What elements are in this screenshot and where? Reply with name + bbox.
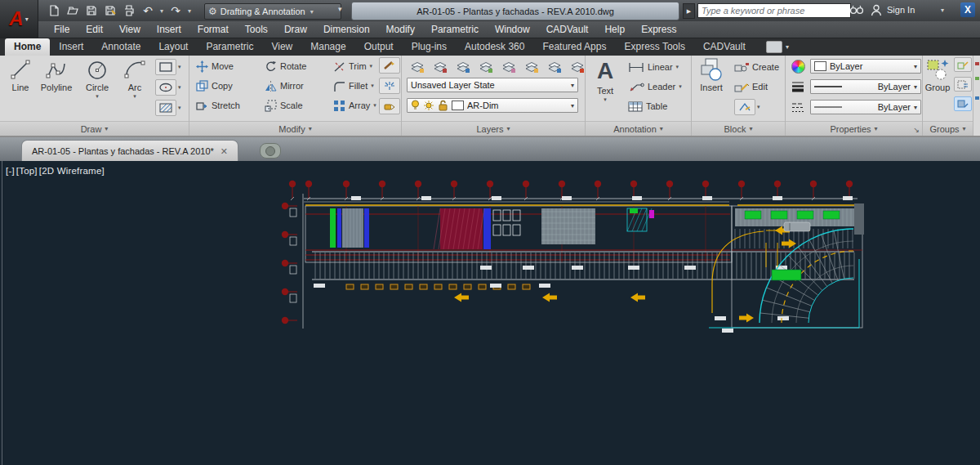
copy-button[interactable]: Copy [196,78,233,93]
menu-item-window[interactable]: Window [487,21,538,38]
drawing-canvas[interactable]: [-] [Top] [2D Wireframe] [0,161,980,465]
circle-button[interactable]: Circle ▾ [78,57,116,100]
save-as-button[interactable] [102,2,118,19]
group-edit-icon[interactable] [954,77,972,92]
exchange-apps-icon[interactable]: X [960,2,975,17]
viewport-view-control[interactable]: [Top] [16,166,38,176]
ribbon-tab-output[interactable]: Output [355,38,403,56]
redo-button[interactable]: ↷ [167,2,184,19]
bulb-icon[interactable] [411,100,420,111]
ribbon-tab-manage[interactable]: Manage [301,38,354,56]
table-button[interactable]: Table [628,99,667,114]
menu-item-format[interactable]: Format [189,21,237,38]
ribbon-tab-parametric[interactable]: Parametric [197,38,262,56]
edit-attributes-button[interactable]: ▾ [734,99,760,115]
move-button[interactable]: Move [196,59,234,74]
ribbon-tab-layout[interactable]: Layout [149,38,197,56]
rotate-button[interactable]: Rotate [265,59,306,74]
ribbon-minimize-button[interactable]: ▾ [766,41,789,53]
document-tab[interactable]: AR-01-05 - Plantas y fachadas - REV.A 20… [21,140,238,162]
dialog-launcher-icon[interactable]: ↘ [913,126,920,134]
sign-in-button[interactable]: Sign In [887,5,915,15]
layer-freeze-icon[interactable] [475,58,497,76]
layer-color-swatch[interactable] [452,101,464,110]
ribbon-tab-insert[interactable]: Insert [50,38,92,56]
application-menu-button[interactable]: A ▾ [0,0,38,38]
sign-in-dropdown[interactable]: ▾ [941,7,944,14]
drawing-tab-extra-icon[interactable] [260,143,281,159]
ribbon-tab-plug-ins[interactable]: Plug-ins [403,38,456,56]
sun-icon[interactable] [423,100,434,111]
text-button[interactable]: A Text ▾ [587,57,623,103]
qat-customize-button[interactable]: ▾ [338,5,342,13]
mirror-button[interactable]: Mirror [265,78,304,93]
menu-item-insert[interactable]: Insert [149,21,189,38]
ribbon-tab-view[interactable]: View [262,38,301,56]
lineweight-dropdown[interactable]: ByLayer ▾ [810,79,921,94]
leader-button[interactable]: Leader ▾ [628,79,682,94]
menu-item-file[interactable]: File [46,21,78,38]
array-button[interactable]: Array ▾ [333,98,376,113]
menu-item-edit[interactable]: Edit [78,21,111,38]
explode-button[interactable] [379,78,400,94]
layer-lock-icon[interactable] [498,58,519,76]
workspace-selector[interactable]: ⚙ Drafting & Annotation ▾ [204,3,341,20]
panel-label-block[interactable]: Block▾ [692,121,785,136]
object-color-icon[interactable] [791,60,805,74]
menu-item-draw[interactable]: Draw [276,21,315,38]
viewport-minimize-control[interactable]: [-] [6,166,15,176]
ungroup-icon[interactable] [954,57,972,72]
menu-item-parametric[interactable]: Parametric [423,21,487,38]
group-selection-toggle-icon[interactable] [954,96,972,111]
trim-button[interactable]: Trim ▾ [333,59,372,74]
layer-isolate-icon[interactable] [452,58,474,76]
menu-item-express[interactable]: Express [633,21,684,38]
panel-label-properties[interactable]: Properties▾ ↘ [786,121,922,136]
menu-item-dimension[interactable]: Dimension [315,21,378,38]
layer-properties-icon[interactable] [407,58,428,76]
ribbon-tab-express-tools[interactable]: Express Tools [615,38,693,56]
menu-item-help[interactable]: Help [596,21,633,38]
linetype-dropdown[interactable]: ByLayer ▾ [810,100,921,114]
layer-on-icon[interactable] [521,58,542,76]
hatch-button[interactable]: ▾ [155,100,181,116]
title-overflow-arrow[interactable]: ▶ [683,3,695,19]
lock-icon[interactable] [438,100,448,111]
ribbon-tab-featured-apps[interactable]: Featured Apps [533,38,615,56]
plot-button[interactable] [121,2,137,19]
open-button[interactable] [65,2,81,19]
search-input[interactable] [697,3,851,18]
ribbon-tab-autodesk-360[interactable]: Autodesk 360 [456,38,533,56]
group-button[interactable]: Group [923,57,952,92]
panel-label-layers[interactable]: Layers▾ [402,121,585,136]
insert-block-button[interactable]: Insert [693,57,729,92]
chevron-down-icon[interactable]: ▾ [186,7,193,15]
menu-item-tools[interactable]: Tools [237,21,276,38]
layer-thaw-icon[interactable] [544,58,565,76]
ribbon-tab-cadvault[interactable]: CADVault [694,38,755,56]
menu-item-modify[interactable]: Modify [378,21,423,38]
new-button[interactable] [46,2,62,19]
ribbon-tab-annotate[interactable]: Annotate [92,38,149,56]
ellipse-button[interactable]: ▾ [155,79,181,96]
create-block-button[interactable]: Create [734,60,779,74]
menu-item-view[interactable]: View [111,21,149,38]
ribbon-tab-home[interactable]: Home [5,38,50,56]
rectangle-button[interactable]: ▾ [155,59,181,75]
lineweight-icon[interactable] [791,80,804,92]
viewport-visual-style-control[interactable]: [2D Wireframe] [39,166,105,176]
stretch-button[interactable]: Stretch [196,98,240,113]
undo-button[interactable]: ↶ [140,2,156,19]
object-color-dropdown[interactable]: ByLayer ▾ [810,59,921,74]
erase-button[interactable] [379,98,400,114]
panel-label-groups[interactable]: Groups▾ [923,121,973,136]
edit-block-button[interactable]: Edit [734,79,768,94]
linetype-icon[interactable] [791,101,804,114]
panel-label-draw[interactable]: Draw▾ [0,121,189,136]
fillet-button[interactable]: Fillet ▾ [333,78,374,93]
arc-button[interactable]: Arc ▾ [116,57,154,100]
match-properties-button[interactable] [379,57,400,74]
save-button[interactable] [83,2,100,19]
polyline-button[interactable]: Polyline [38,57,75,92]
chevron-down-icon[interactable]: ▾ [158,7,165,15]
